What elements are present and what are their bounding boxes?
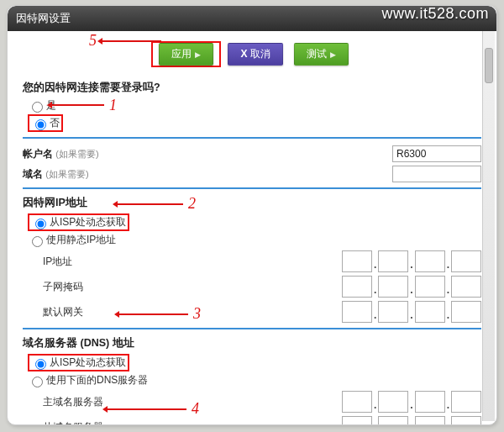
annotation-line-5: [102, 40, 161, 42]
ip-dynamic-row: 从ISP处动态获取: [28, 213, 481, 231]
ip-octet[interactable]: [415, 301, 445, 323]
user-label-text: 帐户名: [23, 148, 53, 160]
ip-octet[interactable]: [342, 301, 372, 323]
annotation-box-3: 从ISP处动态获取: [28, 354, 129, 371]
ip-octet[interactable]: [415, 416, 445, 425]
login-question-title: 您的因特网连接需要登录吗?: [23, 81, 481, 95]
annotation-line-1: [52, 104, 104, 106]
scrollbar[interactable]: [482, 31, 495, 421]
dns-dynamic-row: 从ISP处动态获取: [28, 354, 481, 371]
annotation-5: 5: [89, 32, 97, 50]
dns-static-label: 使用下面的DNS服务器: [46, 374, 148, 386]
ip-octet[interactable]: [378, 301, 408, 323]
ip-dynamic-label: 从ISP处动态获取: [50, 216, 126, 228]
annotation-box-5: 应用▶: [151, 41, 221, 67]
domain-input[interactable]: [392, 166, 481, 182]
annotation-line-4: [108, 408, 186, 410]
radio-dns-dynamic[interactable]: [35, 359, 46, 370]
ip-section-title: 因特网IP地址: [23, 196, 481, 210]
radio-no-label: 否: [50, 117, 60, 129]
apply-button[interactable]: 应用▶: [159, 43, 213, 66]
dns-primary-label: 主域名服务器: [23, 395, 148, 409]
subnet-label: 子网掩码: [23, 280, 148, 294]
dns-secondary-row: 从域名服务器 ...: [23, 416, 481, 425]
dns-dynamic-label: 从ISP处动态获取: [50, 356, 126, 368]
dns-section-title: 域名服务器 (DNS) 地址: [23, 336, 481, 350]
dns-primary-row: 主域名服务器 ...: [23, 391, 481, 413]
x-icon: X: [240, 48, 247, 60]
ip-static-label: 使用静态IP地址: [46, 234, 116, 245]
dns-secondary-label: 从域名服务器: [23, 420, 148, 426]
ip-octet[interactable]: [451, 250, 481, 272]
radio-ip-dynamic[interactable]: [35, 219, 46, 229]
domain-label-text: 域名: [23, 168, 43, 180]
radio-no[interactable]: [35, 119, 46, 130]
watermark-text: www.it528.com: [381, 5, 489, 23]
domain-label: 域名 (如果需要): [23, 167, 182, 182]
account-row: 帐户名 (如果需要): [23, 145, 481, 162]
ip-octet[interactable]: [342, 250, 372, 272]
cancel-button[interactable]: X取消: [228, 43, 282, 66]
annotation-1: 1: [109, 97, 117, 114]
subnet-inputs: ...: [342, 276, 481, 298]
annotation-2: 2: [188, 195, 196, 213]
dns-secondary-inputs: ...: [342, 416, 481, 425]
ip-octet[interactable]: [378, 416, 408, 425]
dns-primary-inputs: ...: [342, 391, 481, 413]
divider: [23, 328, 481, 329]
ip-octet[interactable]: [378, 391, 408, 413]
ip-octet[interactable]: [342, 391, 372, 413]
annotation-box-2: 从ISP处动态获取: [28, 213, 129, 231]
ip-octet[interactable]: [378, 250, 408, 272]
ip-octet[interactable]: [415, 276, 445, 298]
ip-address-row: IP地址 ...: [23, 250, 481, 272]
radio-dns-static[interactable]: [32, 377, 43, 387]
account-label: 帐户名 (如果需要): [23, 147, 182, 161]
cancel-label: 取消: [250, 48, 270, 60]
domain-row: 域名 (如果需要): [23, 166, 481, 182]
ip-address-label: IP地址: [23, 255, 148, 269]
gateway-inputs: ...: [342, 301, 481, 323]
account-input[interactable]: [392, 145, 481, 162]
ip-address-inputs: ...: [342, 250, 481, 272]
ip-octet[interactable]: [342, 416, 372, 425]
ip-static-row: 使用静态IP地址: [28, 233, 481, 247]
dns-static-row: 使用下面的DNS服务器: [28, 373, 481, 387]
ip-octet[interactable]: [415, 250, 445, 272]
domain-label-hint: (如果需要): [45, 169, 88, 179]
divider: [23, 137, 481, 139]
ip-octet[interactable]: [451, 391, 481, 413]
ip-octet[interactable]: [451, 416, 481, 425]
radio-no-row: 否: [28, 114, 481, 132]
annotation-box-1: 否: [28, 114, 63, 132]
divider: [23, 187, 481, 189]
annotation-3: 3: [193, 305, 201, 323]
play-icon: ▶: [330, 50, 336, 59]
radio-yes[interactable]: [32, 102, 43, 113]
gateway-label: 默认网关: [23, 305, 148, 319]
user-label-hint: (如果需要): [55, 149, 98, 159]
settings-panel: 因特网设置 应用▶ X取消 测试▶ 您的因特网连接需要登录吗? 是 否: [7, 5, 497, 425]
ip-octet[interactable]: [378, 276, 408, 298]
ip-octet[interactable]: [342, 276, 372, 298]
action-button-row: 应用▶ X取消 测试▶: [8, 31, 496, 76]
subnet-row: 子网掩码 ...: [23, 276, 481, 298]
play-icon: ▶: [195, 50, 201, 59]
annotation-line-2: [118, 203, 183, 205]
annotation-4: 4: [192, 400, 199, 418]
test-label: 测试: [307, 48, 327, 60]
ip-octet[interactable]: [451, 301, 481, 323]
annotation-line-3: [119, 313, 188, 315]
ip-octet[interactable]: [451, 276, 481, 298]
ip-octet[interactable]: [415, 391, 445, 413]
gateway-row: 默认网关 ...: [23, 301, 481, 323]
apply-label: 应用: [171, 48, 192, 60]
radio-ip-static[interactable]: [32, 236, 43, 247]
test-button[interactable]: 测试▶: [294, 43, 349, 66]
